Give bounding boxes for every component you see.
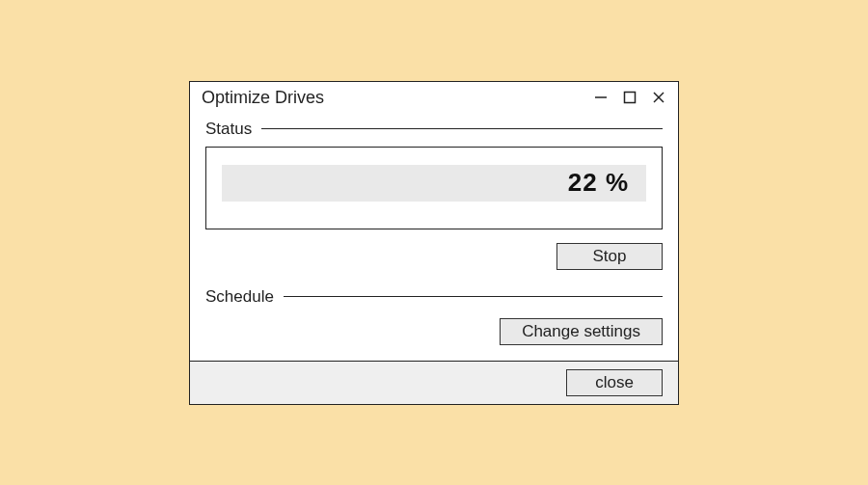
change-settings-row: Change settings [205, 318, 663, 345]
progress-bar: 22 % [222, 165, 646, 202]
status-box: 22 % [205, 147, 663, 229]
content-area: Status 22 % Stop Schedule Change setting… [190, 110, 678, 361]
status-section-header: Status [205, 120, 663, 139]
svg-rect-1 [625, 93, 636, 103]
window-title: Optimize Drives [202, 88, 324, 108]
close-button[interactable]: close [566, 369, 663, 396]
maximize-icon[interactable] [622, 90, 637, 105]
change-settings-button[interactable]: Change settings [500, 318, 663, 345]
minimize-icon[interactable] [593, 90, 609, 105]
divider-line [261, 128, 663, 129]
status-label: Status [205, 120, 252, 139]
window-controls [593, 90, 666, 105]
schedule-section-header: Schedule [205, 287, 663, 307]
optimize-drives-window: Optimize Drives Status 22 % Stop [189, 81, 679, 405]
footer: close [190, 361, 678, 404]
stop-button-row: Stop [205, 243, 663, 270]
schedule-label: Schedule [205, 287, 274, 307]
titlebar: Optimize Drives [190, 82, 678, 110]
progress-text: 22 % [568, 168, 629, 198]
stop-button[interactable]: Stop [556, 243, 663, 270]
close-icon[interactable] [651, 90, 666, 105]
divider-line [284, 296, 663, 297]
